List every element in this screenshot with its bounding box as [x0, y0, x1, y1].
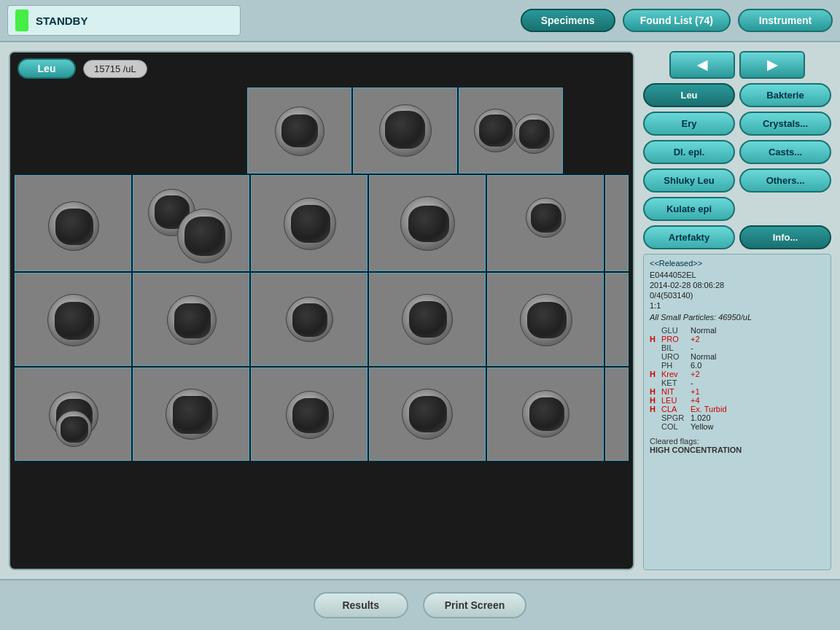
nav-arrows: ◀ ▶	[643, 51, 831, 79]
value-bil: -	[691, 343, 825, 352]
flag-nit: H	[650, 387, 661, 396]
param-row-ket: KET -	[650, 378, 825, 387]
cleared-flags-label: Cleared flags:	[650, 437, 825, 446]
cell-2-5[interactable]	[487, 175, 604, 271]
flag-cla: H	[650, 405, 661, 413]
results-button[interactable]: Results	[314, 592, 408, 618]
value-ph: 6.0	[691, 361, 825, 370]
cell-3-3[interactable]	[251, 273, 368, 366]
status-text: STANDBY	[36, 15, 88, 27]
cell-row-4	[15, 368, 629, 461]
cell-3-5[interactable]	[487, 273, 604, 366]
value-col: Yellow	[691, 422, 825, 431]
cell-1-3[interactable]	[459, 88, 563, 174]
artefakty-classifier-button[interactable]: Artefakty	[643, 225, 735, 249]
cell-3-1[interactable]	[15, 273, 131, 366]
casts-classifier-button[interactable]: Casts...	[739, 140, 831, 164]
value-uro: Normal	[691, 352, 825, 361]
name-uro: URO	[661, 352, 691, 361]
name-krev: Krev	[661, 370, 691, 378]
image-header: Leu 15715 /uL	[10, 52, 633, 85]
param-row-pro: H PRO +2	[650, 335, 825, 343]
param-row-spgr: SPGR 1.020	[650, 413, 825, 422]
cell-row-1	[15, 88, 629, 174]
value-ket: -	[691, 378, 825, 387]
print-screen-button[interactable]: Print Screen	[423, 592, 526, 618]
flag-pro: H	[650, 335, 661, 343]
flag-leu: H	[650, 396, 661, 405]
specimen-id: E0444052EL	[650, 271, 825, 279]
value-spgr: 1.020	[691, 413, 825, 422]
cell-4-6[interactable]	[605, 368, 629, 461]
flag-ket	[650, 378, 661, 387]
image-panel: Leu 15715 /uL	[9, 51, 634, 570]
others-classifier-button[interactable]: Others...	[739, 168, 831, 192]
specimen-counter: 0/4(503140)	[650, 291, 825, 300]
cell-3-2[interactable]	[133, 273, 249, 366]
cell-2-3[interactable]	[251, 175, 368, 271]
specimen-date: 2014-02-28 08:06:28	[650, 281, 825, 289]
cell-4-3[interactable]	[251, 368, 368, 461]
cell-row-3	[15, 273, 629, 366]
classifier-grid: Leu Bakterie Ery Crystals... Dl. epi. Ca…	[643, 83, 831, 221]
top-bar: STANDBY Specimens Found List (74) Instru…	[0, 0, 840, 42]
instrument-button[interactable]: Instrument	[738, 9, 833, 32]
name-cla: CLA	[661, 405, 691, 413]
cell-grid	[10, 85, 633, 464]
parameters-table: GLU Normal H PRO +2 BIL - URO Normal	[650, 326, 825, 431]
found-list-button[interactable]: Found List (74)	[623, 9, 731, 32]
param-row-nit: H NIT +1	[650, 387, 825, 396]
cell-2-6[interactable]	[605, 175, 629, 271]
cleared-flags: Cleared flags: HIGH CONCENTRATION	[650, 437, 825, 454]
param-row-ph: PH 6.0	[650, 361, 825, 370]
prev-arrow-button[interactable]: ◀	[669, 51, 735, 79]
value-cla: Ex. Turbid	[691, 405, 825, 413]
cell-2-1[interactable]	[15, 175, 131, 271]
name-bil: BIL	[661, 343, 691, 352]
cell-2-4[interactable]	[369, 175, 486, 271]
cell-3-4[interactable]	[369, 273, 486, 366]
info-classifier-button[interactable]: Info...	[739, 225, 831, 249]
name-spgr: SPGR	[661, 413, 691, 422]
name-ph: PH	[661, 361, 691, 370]
cell-row-2	[15, 175, 629, 271]
cell-4-5[interactable]	[487, 368, 604, 461]
bottom-classifier-row: Artefakty Info...	[643, 225, 831, 249]
flag-krev: H	[650, 370, 661, 378]
next-arrow-button[interactable]: ▶	[739, 51, 805, 79]
info-panel: <<Released>> E0444052EL 2014-02-28 08:06…	[643, 254, 831, 570]
status-dot	[15, 9, 28, 31]
param-row-leu: H LEU +4	[650, 396, 825, 405]
cell-4-1[interactable]	[15, 368, 131, 461]
leu-classifier-button[interactable]: Leu	[643, 83, 735, 107]
shluky-leu-classifier-button[interactable]: Shluky Leu	[643, 168, 735, 192]
param-row-glu: GLU Normal	[650, 326, 825, 335]
flag-spgr	[650, 413, 661, 422]
value-glu: Normal	[691, 326, 825, 335]
flag-col	[650, 422, 661, 431]
cleared-flags-value: HIGH CONCENTRATION	[650, 446, 825, 454]
cell-4-4[interactable]	[369, 368, 486, 461]
value-leu: +4	[691, 396, 825, 405]
top-nav: Specimens Found List (74) Instrument	[521, 9, 833, 32]
cell-1-2[interactable]	[353, 88, 457, 174]
param-row-uro: URO Normal	[650, 352, 825, 361]
name-leu: LEU	[661, 396, 691, 405]
ery-classifier-button[interactable]: Ery	[643, 112, 735, 136]
bakterie-classifier-button[interactable]: Bakterie	[739, 83, 831, 107]
category-badge: Leu	[18, 58, 76, 79]
crystals-classifier-button[interactable]: Crystals...	[739, 112, 831, 136]
cell-2-2[interactable]	[133, 175, 249, 271]
count-badge: 15715 /uL	[83, 60, 147, 78]
param-row-krev: H Krev +2	[650, 370, 825, 378]
cell-1-1[interactable]	[247, 88, 351, 174]
kulate-epi-classifier-button[interactable]: Kulate epi	[643, 197, 735, 221]
cell-3-6[interactable]	[605, 273, 629, 366]
specimens-button[interactable]: Specimens	[521, 9, 615, 32]
right-panel: ◀ ▶ Leu Bakterie Ery Crystals... Dl. epi…	[643, 51, 831, 570]
dl-epi-classifier-button[interactable]: Dl. epi.	[643, 140, 735, 164]
value-pro: +2	[691, 335, 825, 343]
cell-4-2[interactable]	[133, 368, 249, 461]
name-glu: GLU	[661, 326, 691, 335]
bottom-bar: Results Print Screen	[0, 579, 840, 630]
